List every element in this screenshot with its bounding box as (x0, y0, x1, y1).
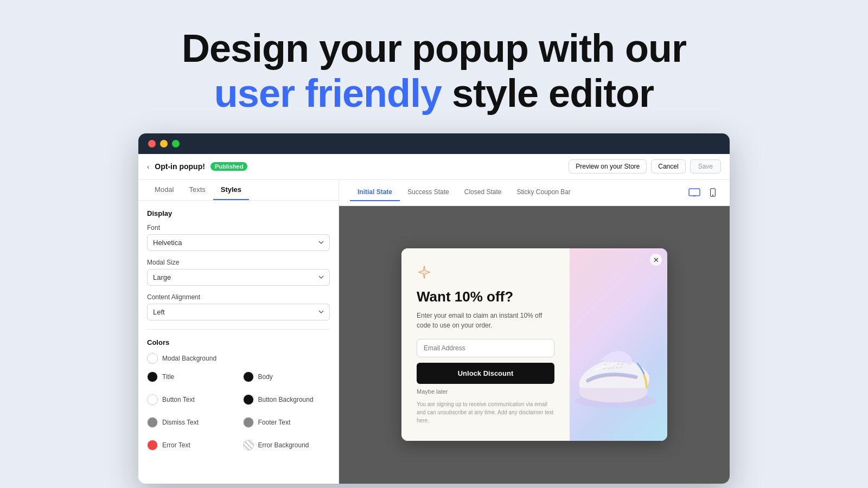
sneaker-svg (570, 322, 667, 414)
body-color-swatch[interactable] (243, 371, 254, 382)
preview-tab-coupon[interactable]: Sticky Coupon Bar (509, 184, 578, 201)
button-bg-swatch[interactable] (243, 394, 254, 405)
page-title: Opt-in popup! (155, 162, 205, 171)
dismiss-text-color-row: Dismiss Text (147, 417, 234, 435)
browser-window: ‹ Opt-in popup! Published Preview on you… (138, 133, 730, 484)
dismiss-text-swatch[interactable] (147, 417, 158, 428)
modal-background-label: Modal Background (162, 355, 216, 362)
popup-maybe-link[interactable]: Maybe later (417, 388, 554, 395)
error-bg-label: Error Background (258, 441, 309, 449)
main-layout: Modal Texts Styles Display Font Helvetic… (138, 180, 730, 484)
error-bg-swatch[interactable] (243, 440, 254, 451)
error-bg-color-row: Error Background (243, 440, 330, 458)
published-badge: Published (210, 162, 248, 171)
mobile-icon[interactable] (707, 188, 719, 197)
desktop-icon[interactable] (688, 188, 700, 197)
content-alignment-field-group: Content Alignment Left Center Right (147, 293, 330, 320)
top-bar: ‹ Opt-in popup! Published Preview on you… (138, 154, 730, 180)
back-icon: ‹ (147, 163, 149, 171)
title-color-label: Title (162, 373, 174, 381)
tab-modal[interactable]: Modal (147, 180, 181, 200)
popup-disclaimer: You are signing up to receive communicat… (417, 400, 554, 425)
font-select[interactable]: Helvetica Arial Georgia Inter (147, 234, 330, 251)
title-color-swatch[interactable] (147, 371, 158, 382)
dismiss-text-label: Dismiss Text (162, 419, 199, 426)
sidebar: Modal Texts Styles Display Font Helvetic… (138, 180, 339, 484)
body-color-row: Body (243, 371, 330, 390)
top-bar-actions: Preview on your Store Cancel Save (569, 159, 721, 174)
preview-area: Initial State Success State Closed State… (339, 180, 730, 484)
close-dot[interactable] (148, 140, 156, 147)
minimize-dot[interactable] (160, 140, 168, 147)
back-button[interactable]: ‹ (147, 163, 149, 171)
preview-tab-success[interactable]: Success State (400, 184, 457, 201)
popup-email-input[interactable] (417, 339, 554, 357)
button-text-color-row: Button Text (147, 394, 234, 413)
svg-point-5 (423, 271, 425, 273)
modal-size-field-group: Modal Size Large Medium Small (147, 259, 330, 286)
cancel-button[interactable]: Cancel (651, 159, 685, 174)
tab-texts[interactable]: Texts (181, 180, 213, 200)
font-field-group: Font Helvetica Arial Georgia Inter (147, 224, 330, 251)
title-color-row: Title (147, 371, 234, 390)
hero-headline: Design your popup with our user friendly… (0, 26, 868, 116)
button-background-color-row: Button Background (243, 394, 330, 413)
sneaker-illustration (570, 322, 667, 430)
error-text-swatch[interactable] (147, 440, 158, 451)
color-grid: Title Body (147, 371, 330, 458)
content-alignment-label: Content Alignment (147, 293, 330, 301)
modal-size-select[interactable]: Large Medium Small (147, 269, 330, 286)
popup-left-panel: Want 10% off? Enter your email to claim … (401, 248, 570, 441)
save-button[interactable]: Save (690, 159, 721, 174)
preview-tab-closed[interactable]: Closed State (457, 184, 509, 201)
popup-close-button[interactable]: ✕ (650, 254, 662, 266)
preview-button[interactable]: Preview on your Store (569, 159, 647, 174)
font-label: Font (147, 224, 330, 232)
popup-right-panel: ✕ (570, 248, 667, 441)
popup-modal: Want 10% off? Enter your email to claim … (401, 248, 667, 441)
display-section-title: Display (147, 209, 330, 217)
modal-background-swatch[interactable] (147, 353, 158, 364)
footer-text-label: Footer Text (258, 419, 291, 426)
app-chrome: ‹ Opt-in popup! Published Preview on you… (138, 154, 730, 484)
browser-titlebar (138, 133, 730, 154)
hero-section: Design your popup with our user friendly… (0, 0, 868, 133)
sidebar-tabs: Modal Texts Styles (138, 180, 339, 201)
error-text-color-row: Error Text (147, 440, 234, 458)
preview-topbar: Initial State Success State Closed State… (339, 180, 730, 206)
button-bg-label: Button Background (258, 396, 314, 403)
tab-styles[interactable]: Styles (213, 180, 249, 200)
preview-content: Want 10% off? Enter your email to claim … (339, 206, 730, 484)
content-alignment-select[interactable]: Left Center Right (147, 304, 330, 320)
maximize-dot[interactable] (172, 140, 180, 147)
button-text-label: Button Text (162, 396, 195, 403)
button-text-swatch[interactable] (147, 394, 158, 405)
footer-text-swatch[interactable] (243, 417, 254, 428)
popup-heading: Want 10% off? (417, 288, 554, 305)
hero-line1: Design your popup with our (182, 27, 686, 70)
colors-section: Colors Modal Background (147, 338, 330, 458)
preview-tab-initial[interactable]: Initial State (350, 184, 400, 201)
popup-star-icon (417, 265, 554, 283)
svg-rect-0 (689, 189, 700, 196)
modal-size-label: Modal Size (147, 259, 330, 266)
colors-section-title: Colors (147, 338, 330, 346)
body-color-label: Body (258, 373, 273, 381)
popup-cta-button[interactable]: Unlock Discount (417, 363, 554, 384)
sidebar-content: Display Font Helvetica Arial Georgia Int… (138, 201, 339, 467)
popup-subtext: Enter your email to claim an instant 10%… (417, 311, 554, 330)
footer-text-color-row: Footer Text (243, 417, 330, 435)
sidebar-divider (147, 329, 330, 330)
svg-point-4 (712, 195, 713, 196)
modal-background-color-row: Modal Background (147, 353, 330, 364)
hero-rest-text: style editor (442, 72, 654, 115)
preview-tabs: Initial State Success State Closed State… (350, 184, 578, 201)
preview-device-icons (688, 188, 719, 197)
error-text-label: Error Text (162, 441, 190, 449)
hero-blue-text: user friendly (214, 72, 442, 115)
